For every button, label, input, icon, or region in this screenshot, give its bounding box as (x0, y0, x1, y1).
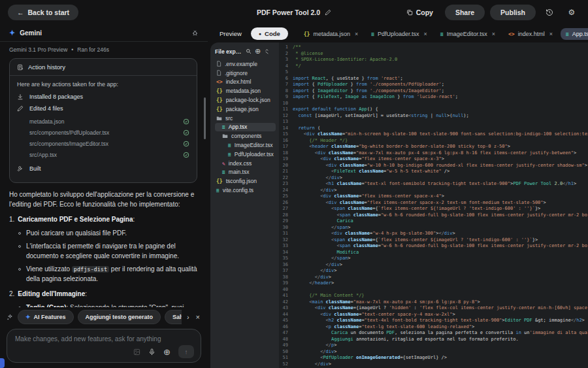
share-button[interactable]: Share (445, 5, 485, 20)
close-tab-icon[interactable]: × (355, 31, 358, 37)
back-to-start-button[interactable]: ← Back to start (8, 5, 78, 20)
view-tab-strip: Preview ● Code {}metadata.json×≡PdfUploa… (210, 25, 588, 42)
file-tab-metadata.json[interactable]: {}metadata.json× (299, 28, 363, 40)
file-tab-PdfUploader.tsx[interactable]: ≡PdfUploader.tsx× (366, 28, 433, 40)
code-editor[interactable]: 1/**2 * @license3 * SPDX-License-Identif… (279, 42, 588, 368)
code-line: 12 const [imageUrl, setImageUrl] = useSt… (279, 113, 588, 120)
file-tab-App.tsx[interactable]: ≡App.tsx× (561, 28, 588, 40)
line-number: 38 (279, 275, 293, 281)
line-number: 11 (279, 107, 293, 113)
line-number: 25 (279, 193, 293, 200)
close-tab-icon[interactable]: × (549, 31, 553, 37)
line-number: 52 (279, 361, 293, 368)
tree-item-ImageEditor.tsx[interactable]: ≡ImageEditor.tsx (215, 141, 276, 150)
code-line: 46 <p className="text-lg text-slate-600 … (279, 324, 588, 331)
code-line: 29 Carica (279, 218, 588, 225)
action-history-intro: Here are key actions taken for the app: (17, 81, 189, 88)
tree-item-index.css[interactable]: ✎index.css (215, 159, 276, 168)
corner-accent (0, 358, 5, 368)
chips-scroll-right-icon[interactable]: › (186, 313, 191, 321)
history-icon[interactable] (541, 4, 558, 21)
tree-item-components[interactable]: components (215, 131, 276, 141)
suggestion-chip[interactable]: ✦AI Features (18, 310, 74, 324)
copy-button[interactable]: Copy (400, 5, 440, 20)
tab-preview[interactable]: Preview (217, 30, 244, 37)
file-explorer-title: File explorer (215, 48, 242, 55)
chat-panel: ✦ Gemini Gemini 3.1 Pro Preview • Ran fo… (0, 25, 208, 368)
settings-icon[interactable]: ⚙ (563, 4, 580, 21)
tree-item-main.tsx[interactable]: ≡main.tsx (215, 168, 276, 177)
file-tab-ImageEditor.tsx[interactable]: ≡ImageEditor.tsx× (435, 28, 500, 40)
line-number: 40 (279, 287, 293, 293)
mic-icon[interactable] (148, 348, 155, 356)
code-line: 49 </p> (279, 343, 588, 349)
file-tab-index.html[interactable]: <>index.html× (503, 28, 558, 40)
code-line: 11export default function App() { (279, 107, 588, 113)
suggestion-chip[interactable]: Salva modifiche bozza (165, 310, 182, 324)
code-line: 1/** (279, 44, 588, 51)
refresh-suggestions-icon[interactable] (7, 314, 14, 321)
tree-item-App.tsx[interactable]: ≡App.tsx (215, 123, 276, 132)
close-tab-icon[interactable]: × (492, 31, 495, 37)
line-number: 8 (279, 88, 293, 95)
line-number: 14 (279, 125, 293, 132)
edit-title-icon[interactable] (325, 9, 331, 16)
react-file-icon: ≡ (216, 187, 220, 193)
new-file-icon[interactable]: ⊕ (255, 47, 261, 56)
publish-button[interactable]: Publish (490, 5, 536, 20)
report-bug-icon[interactable] (191, 29, 199, 37)
react-file-icon: ≡ (222, 169, 225, 175)
html-file-icon: <> (216, 78, 223, 85)
code-line: 42 <main className="max-w-7xl mx-auto px… (279, 299, 588, 306)
tree-item-tsconfig.json[interactable]: {}tsconfig.json (215, 176, 276, 186)
code-line: 32 <span className={`flex items-center $… (279, 237, 588, 244)
line-number: 7 (279, 82, 293, 88)
tree-item-metadata.json[interactable]: {}metadata.json (215, 86, 276, 95)
message-bullet: Taglio (Crop): Selezionando lo strumento… (18, 303, 197, 308)
tree-item-index.html[interactable]: <>index.html (215, 78, 276, 87)
line-number: 50 (279, 349, 293, 356)
code-line: 6import React, { useState } from 'react'… (279, 76, 588, 82)
line-number: 17 (279, 144, 293, 150)
code-line: 34 Modifica (279, 250, 588, 256)
code-line: 51 <PdfUploader onImageGenerated={setIma… (279, 355, 588, 361)
chips-dismiss-icon[interactable]: × (195, 313, 201, 321)
tree-item-vite.config.ts[interactable]: ≡vite.config.ts (215, 186, 276, 195)
workspace-panel: Preview ● Code {}metadata.json×≡PdfUploa… (208, 25, 588, 368)
tree-item-.env.example[interactable]: .env.example (215, 59, 276, 69)
tab-code[interactable]: ● Code (251, 27, 288, 40)
send-button[interactable]: ↑ (178, 345, 194, 358)
line-number: 42 (279, 299, 293, 306)
tree-item-src[interactable]: src (215, 114, 276, 123)
action-row: Installed 8 packages (17, 93, 189, 100)
line-number: 15 (279, 131, 293, 138)
code-line: 30 </span> (279, 225, 588, 231)
line-number: 22 (279, 175, 293, 182)
tree-item-package-lock.json[interactable]: {}package-lock.json (215, 95, 276, 105)
react-file-icon: ≡ (222, 124, 225, 130)
assistant-message: Ho completato lo sviluppo dell'applicazi… (9, 190, 197, 307)
search-files-icon[interactable] (246, 48, 252, 54)
suggestion-chip[interactable]: Aggiungi testo generato (78, 310, 161, 324)
line-number: 39 (279, 280, 293, 287)
sparkle-icon: ✦ (25, 314, 31, 320)
line-number: 24 (279, 188, 293, 194)
react-icon: ≡ (440, 31, 444, 37)
json-file-icon: {} (216, 178, 223, 184)
code-line: 2 * @license (279, 51, 588, 58)
image-attach-icon[interactable] (133, 348, 140, 356)
chat-scrollbar[interactable] (204, 97, 206, 139)
code-line: 5 (279, 69, 588, 76)
close-tab-icon[interactable]: × (424, 31, 427, 37)
tree-item-package.json[interactable]: {}package.json (215, 105, 276, 114)
json-file-icon: {} (216, 106, 223, 112)
add-attachment-icon[interactable]: ⊕ (163, 347, 171, 357)
suggestion-chips-row: ✦AI FeaturesAggiungi testo generatoSalva… (0, 307, 208, 327)
line-number: 35 (279, 256, 293, 262)
tree-item-PdfUploader.tsx[interactable]: ≡PdfUploader.tsx (215, 150, 276, 159)
collapse-tree-icon[interactable] (264, 48, 270, 54)
action-history-header[interactable]: Action history (10, 59, 197, 76)
json-file-icon: {} (216, 97, 223, 103)
line-number: 30 (279, 225, 293, 231)
tree-item-.gitignore[interactable]: .gitignore (215, 69, 276, 78)
